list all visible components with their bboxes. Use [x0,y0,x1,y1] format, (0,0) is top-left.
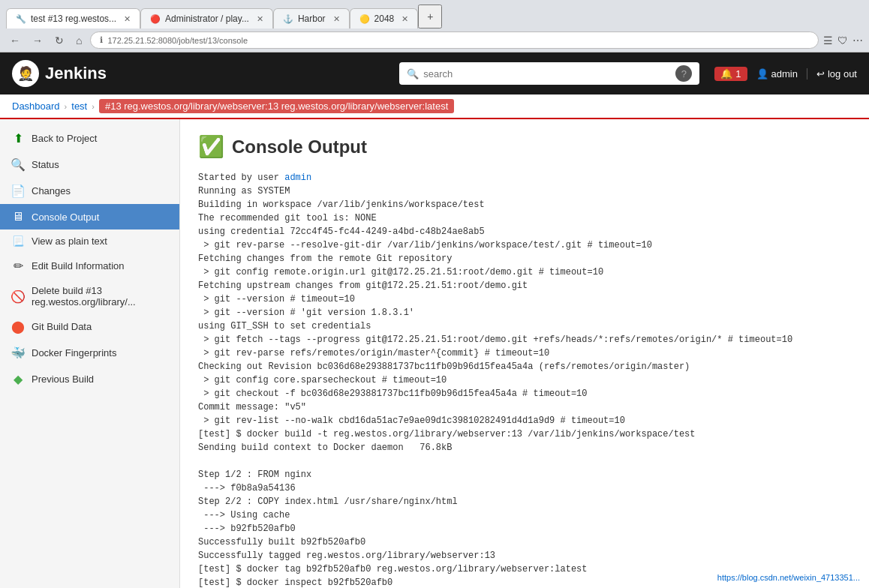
main-layout: ⬆ Back to Project 🔍 Status 📄 Changes 🖥 C… [0,119,869,588]
sidebar-item-delete-build[interactable]: 🚫 Delete build #13 reg.westos.org/librar… [0,279,179,314]
status-icon: 🔍 [11,158,26,172]
breadcrumb-test[interactable]: test [71,100,87,112]
logout-icon: ↩ [816,68,825,80]
notification-badge[interactable]: 🔔 1 [714,67,747,81]
extensions-button[interactable]: 🛡 [837,34,848,46]
back-button[interactable]: ← [6,33,24,48]
sidebar-label-back-to-project: Back to Project [32,133,97,144]
console-title-text: Console Output [232,136,367,158]
tab-favicon-2: 🔴 [150,14,161,24]
edit-build-icon: ✏ [11,259,26,273]
sidebar-item-previous-build[interactable]: ◆ Previous Build [0,366,179,392]
forward-button[interactable]: → [29,33,47,48]
search-input[interactable] [423,68,666,80]
user-link[interactable]: 👤 admin [756,68,798,80]
tab-label-2: Administrator / play... [165,14,249,24]
sidebar-item-docker-fingerprints[interactable]: 🐳 Docker Fingerprints [0,340,179,366]
sidebar-item-edit-build-info[interactable]: ✏ Edit Build Information [0,253,179,279]
sidebar-label-previous-build: Previous Build [32,374,94,385]
tab-favicon-4: 🟡 [359,14,370,24]
tab-admin[interactable]: 🔴 Administrator / play... ✕ [140,8,273,28]
logout-link[interactable]: ↩ log out [807,68,857,80]
sidebar-item-view-as-plain-text[interactable]: 📃 View as plain text [0,230,179,253]
browser-actions: ☰ 🛡 ⋯ [823,34,863,46]
jenkins-title: Jenkins [45,64,107,83]
sidebar-label-status: Status [32,159,59,170]
changes-icon: 📄 [11,184,26,198]
git-build-icon: ⬤ [11,320,26,334]
tab-2048[interactable]: 🟡 2048 ✕ [350,8,419,28]
tab-close-1[interactable]: ✕ [124,14,131,24]
notification-count: 1 [735,68,741,80]
header-right: 🔔 1 👤 admin ↩ log out [714,67,857,81]
jenkins-logo-icon: 🤵 [12,60,39,87]
plain-text-icon: 📃 [11,236,26,247]
tab-label-4: 2048 [374,14,395,24]
sidebar-item-back-to-project[interactable]: ⬆ Back to Project [0,125,179,152]
sidebar-item-git-build-data[interactable]: ⬤ Git Build Data [0,314,179,340]
bookmarks-button[interactable]: ☰ [823,34,833,46]
new-tab-button[interactable]: + [418,4,442,28]
sidebar-label-console-output: Console Output [32,212,99,223]
content-area: ✅ Console Output Started by user admin R… [180,119,869,588]
breadcrumb-sep-1: › [65,102,68,111]
sidebar-label-changes: Changes [32,185,71,196]
reload-button[interactable]: ↻ [51,33,68,48]
tab-test13[interactable]: 🔧 test #13 reg.westos... ✕ [6,8,140,28]
docker-icon: 🐳 [11,346,26,360]
tab-harbor[interactable]: ⚓ Harbor ✕ [273,8,350,28]
sidebar-label-delete-build: Delete build #13 reg.westos.org/library/… [32,285,169,308]
user-label: admin [771,68,798,80]
header-search-box[interactable]: 🔍 ? [399,62,699,85]
sidebar-label-docker: Docker Fingerprints [32,347,116,358]
help-icon[interactable]: ? [675,65,692,82]
address-text: 172.25.21.52:8080/job/test/13/console [107,36,248,45]
search-icon: 🔍 [407,68,419,80]
breadcrumb-sep-2: › [92,102,95,111]
console-output-text: Started by user admin Running as SYSTEM … [198,171,851,588]
address-bar-row: ← → ↻ ⌂ ℹ 172.25.21.52:8080/job/test/13/… [0,28,869,52]
back-to-project-icon: ⬆ [11,131,26,146]
tab-close-2[interactable]: ✕ [257,14,263,24]
sidebar: ⬆ Back to Project 🔍 Status 📄 Changes 🖥 C… [0,119,180,588]
tab-close-3[interactable]: ✕ [333,14,340,24]
address-bar[interactable]: ℹ 172.25.21.52:8080/job/test/13/console [90,32,819,49]
sidebar-item-console-output[interactable]: 🖥 Console Output [0,204,179,230]
tab-bar: 🔧 test #13 reg.westos... ✕ 🔴 Administrat… [0,0,869,28]
tab-label-3: Harbor [298,14,326,24]
breadcrumb: Dashboard › test › #13 reg.westos.org/li… [0,94,869,119]
previous-build-icon: ◆ [11,372,26,386]
tab-favicon-1: 🔧 [16,14,26,24]
console-title: ✅ Console Output [198,134,851,159]
tab-favicon-3: ⚓ [283,14,293,24]
logout-label: log out [828,68,857,80]
home-button[interactable]: ⌂ [72,33,86,48]
user-admin-link[interactable]: admin [284,172,311,183]
bottom-link[interactable]: https://blog.csdn.net/weixin_4713351... [717,573,860,582]
success-check-icon: ✅ [198,134,224,159]
sidebar-label-git-build: Git Build Data [32,321,92,332]
breadcrumb-build[interactable]: #13 reg.westos.org/library/webserver:13 … [99,99,454,113]
jenkins-logo[interactable]: 🤵 Jenkins [12,60,107,87]
console-output-icon: 🖥 [11,210,26,224]
jenkins-header: 🤵 Jenkins 🔍 ? 🔔 1 👤 admin ↩ log out [0,52,869,94]
sidebar-label-plain-text: View as plain text [32,236,107,247]
sidebar-item-status[interactable]: 🔍 Status [0,152,179,178]
user-icon: 👤 [756,68,768,80]
notification-icon: 🔔 [720,68,732,80]
security-icon: ℹ [100,35,103,45]
menu-button[interactable]: ⋯ [852,34,863,46]
sidebar-label-edit-build: Edit Build Information [32,260,125,272]
sidebar-item-changes[interactable]: 📄 Changes [0,178,179,204]
breadcrumb-dashboard[interactable]: Dashboard [12,100,60,112]
bottom-link-text: https://blog.csdn.net/weixin_4713351... [717,573,860,582]
tab-close-4[interactable]: ✕ [401,14,408,24]
delete-build-icon: 🚫 [11,290,26,304]
tab-label-1: test #13 reg.westos... [31,14,116,24]
browser-chrome: 🔧 test #13 reg.westos... ✕ 🔴 Administrat… [0,0,869,52]
